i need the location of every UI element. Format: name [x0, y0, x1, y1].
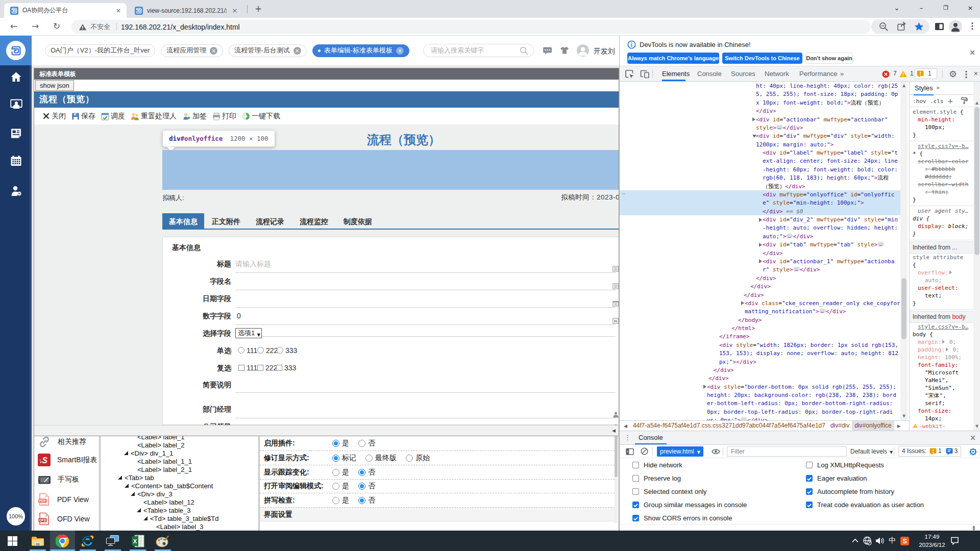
code-line[interactable]: <div class="cke_screen_reader_only cke_c… — [620, 299, 900, 308]
sidebar-contacts-icon[interactable] — [10, 98, 22, 110]
style-rule-line[interactable]: element.style { — [913, 108, 963, 116]
inline-expand-icon[interactable]: … — [786, 234, 793, 238]
clear-console-icon[interactable] — [641, 447, 648, 455]
console-settings-icon[interactable] — [969, 447, 977, 456]
designer-side-item-5[interactable]: OFDOFD View — [38, 512, 90, 525]
share-icon[interactable] — [897, 21, 907, 31]
code-line[interactable]: -height: auto; overflow: hidden; height: — [620, 223, 900, 232]
devtools-tab-elements[interactable]: Elements — [662, 66, 685, 81]
prop-radio[interactable] — [406, 455, 413, 462]
code-line[interactable]: r" style>…</div> — [620, 265, 900, 274]
checkbox-checked[interactable] — [806, 488, 813, 495]
style-rule-line[interactable]: serif; — [913, 399, 945, 407]
code-line[interactable]: <div id="tab" mwftype="tab" style>… — [620, 240, 900, 249]
reload-button[interactable]: ↻ — [50, 20, 63, 33]
tree-expand-icon[interactable] — [118, 475, 122, 480]
pill-close-icon[interactable]: × — [210, 47, 217, 55]
style-rule-line[interactable]: } — [913, 230, 916, 238]
device-toolbar-icon[interactable] — [640, 70, 649, 78]
url-text[interactable]: 192.168.202.21/x_desktop/index.html — [121, 23, 240, 31]
prop-radio[interactable] — [358, 483, 365, 490]
hov-button[interactable]: :hov — [913, 98, 926, 105]
new-tab-button[interactable]: + — [253, 4, 263, 14]
field-input-line[interactable] — [235, 336, 616, 337]
username-label[interactable]: 开发刘 — [594, 47, 615, 56]
code-line[interactable]: </div> == $0 — [620, 207, 900, 216]
style-rule-line[interactable]: user-select: — [913, 284, 958, 292]
prop-radio[interactable] — [358, 497, 365, 504]
scroll-down-icon[interactable]: ▼ — [900, 413, 908, 420]
styles-scrollbar[interactable]: ▲ ▼ — [973, 82, 980, 431]
style-rule-line[interactable]: style.css?v=-b… — [913, 323, 968, 331]
tree-expand-icon[interactable] — [131, 492, 135, 496]
chrome-taskbar-button[interactable] — [50, 531, 75, 551]
console-close-icon[interactable]: × — [969, 434, 977, 442]
app-search-input[interactable]: 请输入搜索关键字 — [423, 44, 534, 57]
code-line[interactable]: -height: 60px; font-weight: bold; color: — [620, 165, 900, 174]
style-rule-line[interactable]: } — [913, 131, 916, 139]
prop-radio[interactable] — [365, 455, 373, 462]
sidebar-news-icon[interactable] — [10, 128, 22, 139]
issues-count[interactable]: 1 — [928, 70, 932, 77]
devtools-settings-icon[interactable] — [949, 70, 957, 78]
flow-action-7[interactable]: 一键下载 — [242, 112, 280, 121]
inspect-element-icon[interactable] — [625, 70, 634, 79]
code-line[interactable]: </div> — [620, 107, 900, 115]
profile-avatar-icon[interactable] — [949, 20, 962, 33]
flow-action-3[interactable]: 调度 — [101, 112, 125, 121]
code-line[interactable]: <div id="label" mwftype="label" style="t — [620, 148, 900, 157]
style-rule-line[interactable]: "宋体", — [913, 392, 946, 399]
designer-side-item-1[interactable]: 相关推荐 — [38, 435, 86, 448]
tree-node[interactable]: <Td> table_3_table$Td — [150, 515, 218, 523]
style-rule-line[interactable]: user agent sty… — [913, 207, 968, 215]
sidebar-home-icon[interactable] — [10, 71, 22, 83]
style-rule-line[interactable]: : thin; — [913, 188, 948, 196]
nav-pill-1[interactable]: OA门户（V2）-我的工作台_叶ver — [45, 44, 155, 57]
checkbox-checked[interactable] — [632, 515, 639, 521]
console-setting-eager-evaluation[interactable]: Eager evaluation — [806, 474, 867, 482]
inherited-element[interactable]: body — [952, 313, 965, 320]
ime-indicator[interactable]: 中 — [889, 531, 896, 551]
code-line[interactable]: er-bottom-left-radius: 0px; border-botto… — [620, 399, 900, 408]
form-tab-4[interactable]: 流程监控 — [292, 213, 336, 230]
horizontal-scrollbar[interactable]: ◀ — [34, 425, 619, 436]
taskbar-clock[interactable]: 17:49 2023/6/12 — [918, 533, 946, 549]
notification-button-1[interactable]: Always match Chrome's language — [627, 53, 719, 64]
code-line[interactable]: <div id="actionbar_1" mwftype="actionba — [620, 257, 900, 266]
action-center-icon[interactable] — [950, 531, 959, 551]
show-json-button[interactable]: show json — [35, 80, 74, 91]
inline-expand-icon[interactable]: … — [793, 267, 800, 271]
tree-node[interactable]: <Label> label_12 — [143, 498, 194, 507]
address-bar[interactable]: 不安全 192.168.202.21/x_desktop/index.html — [71, 20, 871, 34]
elements-breadcrumb[interactable]: ◀44f7-a54e-f6475af4e1d7.css.css3271dd97a… — [620, 420, 909, 431]
tree-node[interactable]: <Label> label_1_1 — [137, 458, 192, 466]
breadcrumb-forward-icon[interactable]: ▶ — [897, 421, 901, 431]
window-title-bar[interactable]: 标准表单模板 — [34, 68, 619, 80]
code-line[interactable]: </body> — [620, 316, 900, 324]
style-rule-line[interactable]: margin: 0; — [913, 338, 956, 346]
console-setting-autocomplete-from-history[interactable]: Autocomplete from history — [806, 487, 894, 495]
code-line[interactable]: <div id="div_2" mwftype="div" style="min — [620, 215, 900, 224]
scroll-up-icon[interactable]: ▲ — [900, 82, 908, 89]
code-line[interactable]: <div id="actionbar" mwftype="actionbar" — [620, 115, 900, 124]
style-rule-line[interactable]: text; — [913, 292, 942, 299]
style-rule-line[interactable]: body { — [913, 331, 933, 338]
properties-scrollbar[interactable] — [615, 436, 618, 523]
warning-badge-icon[interactable] — [899, 70, 907, 78]
style-rule-line[interactable]: scrollbar-color — [913, 158, 968, 165]
search-icon[interactable] — [520, 46, 528, 55]
scroll-left-icon[interactable]: ◀ — [609, 426, 618, 436]
browser-tab-viewsource[interactable]: view-source:192.168.202.21/x_ × — [129, 3, 243, 18]
checkbox-checked[interactable] — [632, 502, 639, 508]
issues-counter[interactable]: 4 Issues: 1 3 — [898, 446, 961, 457]
code-line[interactable]: <div style="border-bottom: 0px solid rgb… — [620, 383, 900, 391]
radio-input[interactable] — [277, 347, 283, 354]
code-line[interactable]: （预览）</div> — [620, 182, 900, 191]
forward-button[interactable]: → — [29, 20, 42, 33]
field-input-line[interactable] — [235, 392, 616, 393]
error-badge-icon[interactable] — [882, 70, 890, 78]
tree-node[interactable]: <Label> label_2 — [137, 441, 185, 449]
code-line[interactable]: px;"></div> — [620, 358, 900, 366]
network-status-icon[interactable] — [863, 531, 872, 551]
style-rule-line[interactable]: * { — [913, 150, 923, 158]
